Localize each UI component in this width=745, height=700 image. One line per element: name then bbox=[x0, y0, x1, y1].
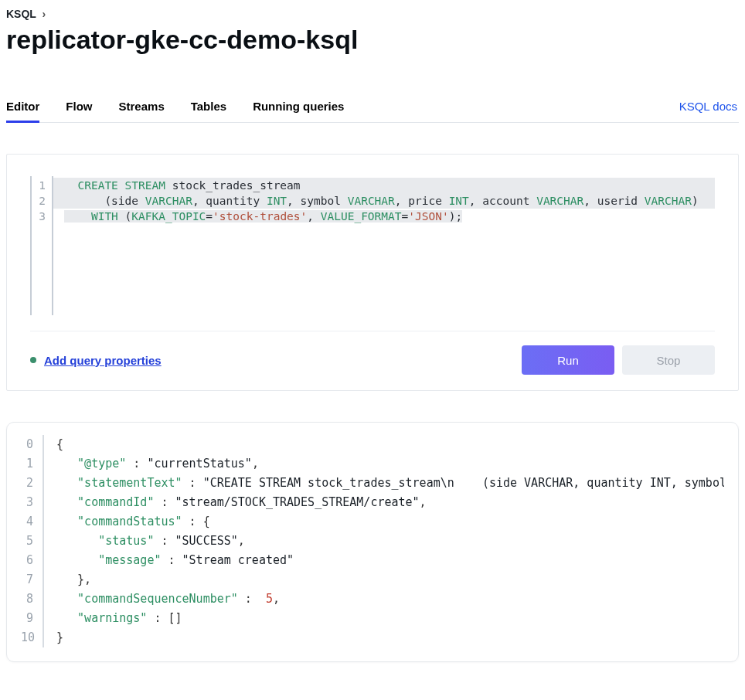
stop-button: Stop bbox=[622, 345, 715, 375]
output-viewer[interactable]: 012345678910 { "@type" : "currentStatus"… bbox=[21, 435, 724, 647]
chevron-right-icon: › bbox=[43, 8, 46, 20]
line-number: 5 bbox=[21, 532, 33, 551]
output-line: "warnings" : [] bbox=[56, 609, 724, 628]
query-editor-card: 123 CREATE STREAM stock_trades_stream (s… bbox=[6, 154, 739, 391]
line-number: 6 bbox=[21, 551, 33, 570]
line-number: 7 bbox=[21, 570, 33, 590]
code-line: CREATE STREAM stock_trades_stream bbox=[53, 178, 715, 193]
add-query-properties-link[interactable]: Add query properties bbox=[44, 354, 162, 367]
line-number: 0 bbox=[21, 435, 33, 454]
output-line: "@type" : "currentStatus", bbox=[56, 454, 724, 474]
output-line: }, bbox=[56, 570, 724, 590]
page-title: replicator-gke-cc-demo-ksql bbox=[6, 25, 739, 55]
tab-tables[interactable]: Tables bbox=[191, 92, 226, 122]
output-line: "status" : "SUCCESS", bbox=[56, 532, 724, 551]
output-line: "commandSequenceNumber" : 5, bbox=[56, 590, 724, 609]
breadcrumb: KSQL › bbox=[6, 8, 739, 20]
code-line: WITH (KAFKA_TOPIC='stock-trades', VALUE_… bbox=[53, 209, 715, 224]
query-output-card: 012345678910 { "@type" : "currentStatus"… bbox=[6, 422, 739, 662]
tab-flow[interactable]: Flow bbox=[66, 92, 92, 122]
line-number: 4 bbox=[21, 512, 33, 532]
code-editor[interactable]: 123 CREATE STREAM stock_trades_stream (s… bbox=[30, 176, 715, 315]
line-number: 1 bbox=[21, 454, 33, 474]
line-number: 9 bbox=[21, 609, 33, 628]
line-number: 2 bbox=[21, 474, 33, 493]
output-line: "commandStatus" : { bbox=[56, 512, 724, 532]
code-line: (side VARCHAR, quantity INT, symbol VARC… bbox=[53, 193, 715, 209]
tab-editor[interactable]: Editor bbox=[6, 92, 39, 122]
ksql-docs-link[interactable]: KSQL docs bbox=[678, 92, 739, 122]
run-button[interactable]: Run bbox=[522, 345, 614, 375]
line-number: 1 bbox=[30, 178, 46, 193]
breadcrumb-parent[interactable]: KSQL bbox=[6, 8, 36, 20]
editor-actions: Add query properties Run Stop bbox=[30, 331, 715, 375]
line-number: 3 bbox=[30, 209, 46, 224]
line-number: 8 bbox=[21, 590, 33, 609]
output-line: } bbox=[56, 628, 724, 647]
tab-bar: EditorFlowStreamsTablesRunning queries K… bbox=[6, 92, 739, 123]
output-line: { bbox=[56, 435, 724, 454]
tab-running-queries[interactable]: Running queries bbox=[253, 92, 344, 122]
line-number: 3 bbox=[21, 493, 33, 512]
line-number: 2 bbox=[30, 193, 46, 209]
output-line: "commandId" : "stream/STOCK_TRADES_STREA… bbox=[56, 493, 724, 512]
tab-streams[interactable]: Streams bbox=[119, 92, 165, 122]
line-number: 10 bbox=[21, 628, 33, 647]
output-line: "statementText" : "CREATE STREAM stock_t… bbox=[56, 474, 724, 493]
status-dot-icon bbox=[30, 357, 36, 363]
output-line: "message" : "Stream created" bbox=[56, 551, 724, 570]
